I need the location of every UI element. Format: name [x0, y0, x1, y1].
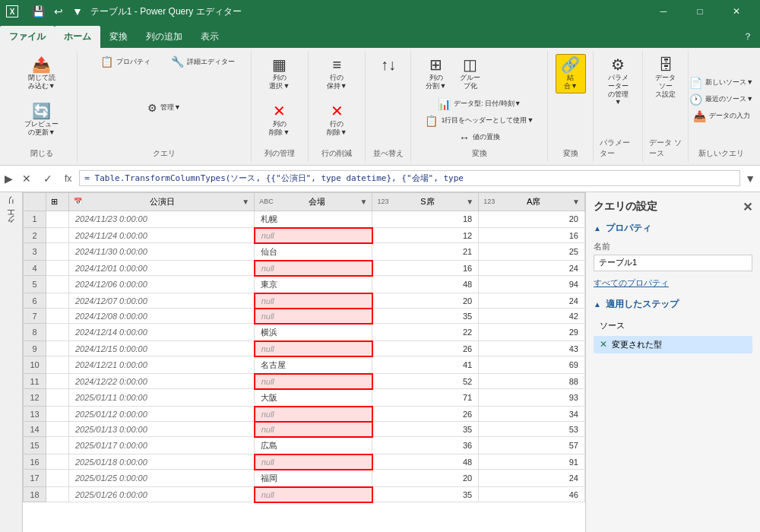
- close-load-btn[interactable]: 📤 閉じて読み込む▼: [23, 54, 61, 93]
- date-cell: 2024/12/07 0:00:00: [69, 293, 255, 309]
- row-number: 9: [24, 341, 46, 356]
- remove-columns-label: 列の削除▼: [269, 120, 290, 137]
- maximize-btn[interactable]: □: [682, 0, 717, 23]
- recent-sources-btn[interactable]: 🕐 最近のソース▼: [683, 92, 759, 107]
- row-icon-cell: [46, 228, 69, 243]
- remove-rows-btn[interactable]: ✕ 行の削除▼: [321, 100, 353, 140]
- sort-btn[interactable]: ↑↓: [373, 54, 404, 77]
- tab-transform[interactable]: 変換: [100, 26, 137, 48]
- properties-section-header: ▲ プロパティ: [594, 222, 752, 235]
- manage-btn[interactable]: ⚙ 管理▼: [126, 100, 202, 116]
- replace-values-btn[interactable]: ↔ 値の置換: [420, 130, 538, 145]
- dropdown-quick-btn[interactable]: ▼: [69, 4, 86, 19]
- formula-input[interactable]: [79, 170, 740, 186]
- venue-cell: 名古屋: [255, 356, 372, 374]
- table-row: 42024/12/01 0:00:00null1624: [24, 261, 585, 276]
- formula-expand-btn[interactable]: ▼: [745, 173, 755, 185]
- s-seat-cell: 20: [372, 470, 479, 487]
- table-row: 132025/01/12 0:00:00null2634: [24, 407, 585, 422]
- all-properties-link[interactable]: すべてのプロパティ: [594, 277, 752, 289]
- combine-label: 結合▼: [564, 74, 578, 90]
- row-icon-cell: [46, 324, 69, 341]
- row-number: 12: [24, 389, 46, 407]
- query-group-label: クエリ: [153, 145, 176, 159]
- tab-add-column[interactable]: 列の追加: [137, 26, 192, 48]
- save-quick-btn[interactable]: 💾: [29, 4, 48, 19]
- a-seat-cell: 16: [479, 228, 585, 243]
- s-seat-cell: 36: [372, 437, 479, 454]
- close-btn[interactable]: ✕: [719, 0, 754, 23]
- tab-file[interactable]: ファイル: [0, 26, 55, 48]
- choose-columns-btn[interactable]: ▦ 列の選択▼: [264, 54, 295, 93]
- undo-quick-btn[interactable]: ↩: [51, 4, 66, 19]
- properties-btn[interactable]: 📋 プロパティ: [87, 54, 163, 69]
- row-number: 8: [24, 324, 46, 341]
- steps-section-header: ▲ 適用したステップ: [594, 298, 752, 311]
- table-row: 152025/01/17 0:00:00広島3657: [24, 437, 585, 454]
- ribbon-tabs: ファイル ホーム 変換 列の追加 表示 ？: [0, 23, 760, 48]
- group-by-btn[interactable]: ◫ グループ化: [454, 54, 486, 93]
- date-cell: 2024/12/06 0:00:00: [69, 276, 255, 293]
- remove-rows-icon: ✕: [331, 103, 344, 119]
- col-header-venue[interactable]: ABC 会場 ▼: [255, 192, 372, 211]
- venue-cell: 広島: [255, 437, 372, 454]
- data-type-label: データ型: 日付/時刻▼: [454, 100, 521, 108]
- split-column-btn[interactable]: ⊞ 列の分割▼: [420, 54, 451, 93]
- combine-btn[interactable]: 🔗 結合▼: [556, 54, 586, 93]
- tab-home[interactable]: ホーム: [55, 26, 100, 48]
- data-type-btn[interactable]: 📊 データ型: 日付/時刻▼: [420, 97, 538, 112]
- a-filter-btn[interactable]: ▼: [572, 198, 580, 206]
- data-source-icon: 🗄: [658, 57, 673, 72]
- data-grid[interactable]: ⊞ 📅 公演日 ▼ ABC 会場 ▼: [23, 192, 585, 532]
- ribbon-group-rows: ≡ 行の保持▼ ✕ 行の削除▼ 行の削減: [309, 51, 366, 162]
- row-number: 16: [24, 454, 46, 470]
- properties-icon: 📋: [100, 56, 113, 67]
- col-header-a[interactable]: 123 A席 ▼: [479, 192, 585, 211]
- right-panel-close-btn[interactable]: ✕: [743, 200, 752, 214]
- date-cell: 2025/01/26 0:00:00: [69, 487, 255, 502]
- venue-cell: null: [255, 454, 372, 470]
- formula-cancel-btn[interactable]: ✕: [17, 171, 36, 186]
- row-number: 7: [24, 309, 46, 324]
- name-prop-input[interactable]: [594, 255, 752, 271]
- ribbon-group-close: 📤 閉じて読み込む▼ 🔄 プレビューの更新▼ 閉じる: [6, 51, 78, 162]
- manage-params-btn[interactable]: ⚙ パラメーターの管理▼: [600, 54, 635, 109]
- a-seat-cell: 88: [479, 374, 585, 389]
- keep-rows-btn[interactable]: ≡ 行の保持▼: [321, 54, 353, 93]
- steps-label: 適用したステップ: [606, 298, 679, 311]
- steps-chevron: ▲: [594, 300, 601, 309]
- enter-data-btn[interactable]: 📥 データの入力: [683, 109, 759, 124]
- table-row: 72024/12/08 0:00:00null3542: [24, 309, 585, 324]
- s-filter-btn[interactable]: ▼: [466, 198, 473, 206]
- col-header-s[interactable]: 123 S席 ▼: [372, 192, 479, 211]
- new-source-btn[interactable]: 📄 新しいソース▼: [683, 75, 759, 90]
- help-btn[interactable]: ？: [736, 26, 760, 48]
- name-prop-label: 名前: [594, 241, 752, 252]
- transform-group-label: 変換: [472, 145, 487, 159]
- formula-toggle-btn[interactable]: ▶: [5, 173, 13, 185]
- ribbon-group-query: 📋 プロパティ 🔧 詳細エディター ⚙ 管理▼ クエリ: [78, 51, 252, 162]
- refresh-label: プレビューの更新▼: [24, 120, 59, 137]
- row-number: 17: [24, 470, 46, 487]
- refresh-preview-btn[interactable]: 🔄 プレビューの更新▼: [19, 100, 64, 140]
- date-cell: 2024/12/22 0:00:00: [69, 374, 255, 389]
- formula-confirm-btn[interactable]: ✓: [39, 171, 57, 186]
- remove-columns-btn[interactable]: ✕ 列の削除▼: [264, 100, 295, 140]
- step-item[interactable]: ✕変更された型: [594, 336, 752, 353]
- refresh-icon: 🔄: [32, 103, 51, 119]
- table-row: 82024/12/14 0:00:00横浜2229: [24, 324, 585, 341]
- col-header-date[interactable]: 📅 公演日 ▼: [69, 192, 255, 211]
- venue-filter-btn[interactable]: ▼: [360, 198, 368, 206]
- use-first-row-btn[interactable]: 📋 1行目をヘッダーとして使用▼: [420, 113, 538, 128]
- s-seat-cell: 35: [372, 487, 479, 502]
- advanced-editor-btn[interactable]: 🔧 詳細エディター: [165, 54, 241, 69]
- step-item[interactable]: ソース: [594, 317, 752, 334]
- data-source-settings-btn[interactable]: 🗄 データ ソース設定: [649, 54, 682, 101]
- row-icon-cell: [46, 276, 69, 293]
- tab-view[interactable]: 表示: [192, 26, 228, 48]
- date-filter-btn[interactable]: ▼: [242, 198, 249, 206]
- s-seat-cell: 52: [372, 374, 479, 389]
- minimize-btn[interactable]: ─: [646, 0, 681, 23]
- row-icon-cell: [46, 341, 69, 356]
- ribbon: 📤 閉じて読み込む▼ 🔄 プレビューの更新▼ 閉じる 📋 プロパティ 🔧 詳細エ…: [0, 48, 760, 166]
